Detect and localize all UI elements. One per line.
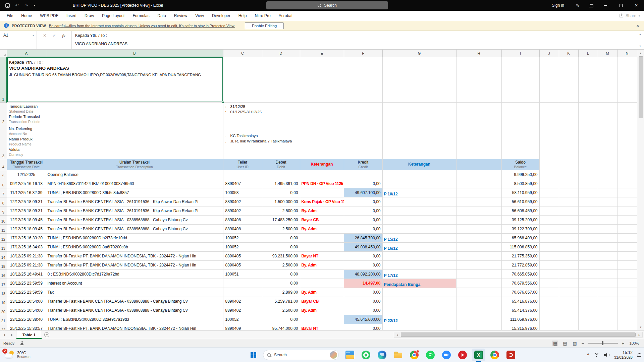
cell-blank[interactable] [223, 57, 262, 102]
cell-debit[interactable]: 95.744.000,00 [262, 324, 300, 330]
name-box[interactable]: A1 ▾ [0, 31, 37, 49]
cell-blank[interactable] [559, 197, 578, 206]
ribbon-tab-page-layout[interactable]: Page Layout [98, 11, 128, 21]
cell-blank[interactable] [578, 215, 598, 224]
cell-credit[interactable]: 0,00 [344, 206, 382, 215]
cell-blank[interactable] [559, 125, 578, 159]
header-blank[interactable] [456, 159, 501, 170]
cell-balance[interactable]: 65.968.409,00 [501, 233, 539, 242]
cell-credit[interactable]: 45.645.600,00 [344, 315, 382, 324]
cell-blank[interactable] [598, 215, 617, 224]
cell-blank[interactable] [598, 233, 617, 242]
cell-blank[interactable] [501, 102, 539, 125]
cell-credit-note[interactable] [382, 251, 456, 260]
row-header[interactable]: 11 [0, 224, 7, 233]
cell-blank[interactable] [46, 125, 223, 159]
cell-balance[interactable]: 39.125.209,00 [501, 215, 539, 224]
cell-credit[interactable] [344, 170, 382, 179]
cell-teller[interactable]: 8890402 [223, 306, 262, 315]
cell-blank[interactable] [598, 197, 617, 206]
search-highlight-image[interactable] [330, 351, 337, 359]
cell-blank[interactable] [456, 242, 501, 251]
cell-blank[interactable] [539, 179, 559, 188]
cell-teller[interactable] [223, 279, 262, 288]
row-header[interactable]: 22 [0, 324, 7, 330]
cell-transaction-date[interactable]: 23/12/25 16:38:40 [7, 315, 46, 324]
cell-blank[interactable] [578, 170, 598, 179]
cell-blank[interactable] [559, 170, 578, 179]
cell-blank[interactable] [539, 315, 559, 324]
cell-blank[interactable] [578, 269, 598, 279]
cell-blank[interactable] [598, 260, 617, 269]
cell-blank[interactable] [344, 125, 382, 159]
cell-debit[interactable]: 0,00 [262, 315, 300, 324]
cell-transaction-date[interactable]: 18/12/25 09:21:38 [7, 260, 46, 269]
chevron-down-icon[interactable]: ▾ [639, 45, 641, 48]
cell-account-labels[interactable]: No. RekeningAccount NoNama ProdukProduct… [7, 125, 46, 159]
cell-credit-note[interactable] [382, 297, 456, 306]
column-header-l[interactable]: L [578, 50, 598, 57]
cell-blank[interactable] [539, 269, 559, 279]
taskbar-search-box[interactable]: Search [263, 350, 339, 360]
header-balance[interactable]: SaldoBalance [501, 159, 539, 170]
header-transaction-description[interactable]: Uraian TransaksiTransaction Description [46, 159, 223, 170]
cell-blank[interactable] [501, 125, 539, 159]
cell-credit-note[interactable] [382, 288, 456, 297]
insert-function-icon[interactable]: fx [62, 33, 65, 39]
cell-credit-note[interactable]: Pendapatan Bunga [382, 279, 456, 288]
taskbar-clock[interactable]: 15:12 31/01/2026 [614, 350, 633, 360]
cell-transaction-description[interactable]: MPN 041586087011424 IBIZ 010001003746560 [46, 179, 223, 188]
cell-blank[interactable] [578, 57, 598, 102]
cell-transaction-date[interactable]: 20/12/25 23:59:59 [7, 288, 46, 297]
cell-blank[interactable] [382, 102, 456, 125]
cell-balance[interactable]: 56.608.459,00 [501, 206, 539, 215]
notification-bell-icon[interactable] [637, 353, 641, 357]
cell-transaction-date[interactable]: 25/12/25 15:33:57 [7, 324, 46, 330]
cell-blank[interactable] [578, 306, 598, 315]
cell-balance[interactable]: 65.414.376,00 [501, 306, 539, 315]
cell-blank[interactable] [598, 269, 617, 279]
cell-blank[interactable] [617, 242, 637, 251]
column-header-h[interactable]: H [456, 50, 501, 57]
cell-blank[interactable] [559, 324, 578, 330]
cell-blank[interactable] [539, 206, 559, 215]
cell-balance[interactable]: 8.503.859,00 [501, 179, 539, 188]
cell-blank[interactable] [559, 159, 578, 170]
cell-transaction-date[interactable]: 12/12/25 18:09:31 [7, 206, 46, 215]
row-header[interactable]: 19 [0, 297, 7, 306]
cell-balance[interactable]: 58.110.959,00 [501, 188, 539, 197]
cell-teller[interactable] [223, 288, 262, 297]
cell-debit-note[interactable] [300, 188, 344, 197]
cell-debit[interactable]: 0,00 [262, 188, 300, 197]
cell-debit[interactable]: 0,00 [262, 233, 300, 242]
cell-blank[interactable] [456, 279, 501, 288]
cell-transaction-date[interactable]: 11/12/25 16:32:39 [7, 188, 46, 197]
cell-blank[interactable] [598, 324, 617, 330]
zoom-slider-thumb[interactable] [602, 341, 603, 345]
cell-transaction-date[interactable]: 17/12/25 16:33:20 [7, 233, 46, 242]
cell-balance[interactable]: 39.122.709,00 [501, 224, 539, 233]
row-header[interactable]: 6 [0, 179, 7, 188]
cell-transaction-description[interactable]: TUNAI ; ESB:INDS:0002800D:b2f73efe10dd [46, 233, 223, 242]
minimize-button[interactable] [598, 0, 613, 11]
cell-blank[interactable] [617, 297, 637, 306]
ribbon-tab-acrobat[interactable]: Acrobat [275, 11, 297, 21]
cell-transaction-date[interactable]: 12/12/25 18:09:45 [7, 224, 46, 233]
file-explorer-icon[interactable] [342, 348, 358, 362]
cell-blank[interactable] [617, 269, 637, 279]
cell-credit-note[interactable] [382, 215, 456, 224]
cell-blank[interactable] [617, 233, 637, 242]
cell-debit[interactable]: 0,00 [262, 269, 300, 279]
cell-blank[interactable] [598, 57, 617, 102]
cell-transaction-description[interactable]: Transfer BI-Fast ke PT. BANK DANAMON IND… [46, 260, 223, 269]
cell-transaction-date[interactable]: 17/12/25 16:34:03 [7, 242, 46, 251]
wifi-icon[interactable] [594, 353, 600, 357]
cell-blank[interactable] [559, 288, 578, 297]
cell-blank[interactable] [456, 315, 501, 324]
cell-blank[interactable] [559, 251, 578, 260]
cell-blank[interactable] [617, 206, 637, 215]
cell-transaction-date[interactable]: 09/12/25 16:16:13 [7, 179, 46, 188]
maximize-button[interactable] [613, 0, 629, 11]
cell-transaction-description[interactable]: TUNAI ; ESB:INDS:0002800D:39b5c8dc8857 [46, 188, 223, 197]
pen-icon[interactable]: ✎ [571, 0, 584, 11]
